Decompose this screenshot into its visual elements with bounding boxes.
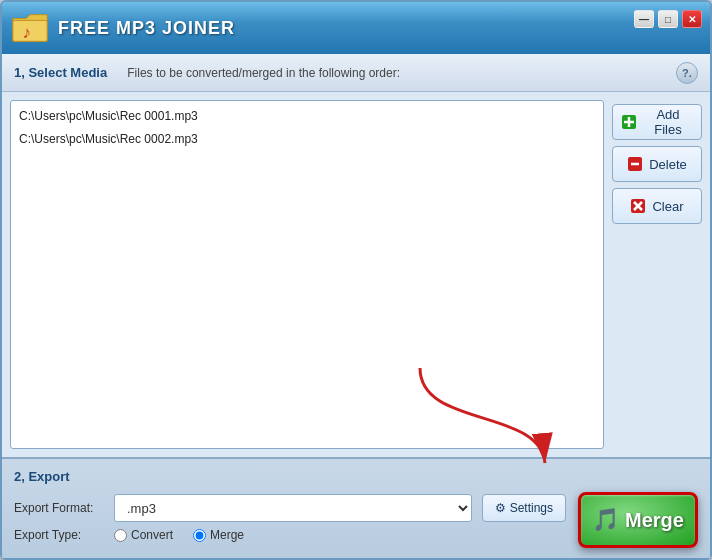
export-section: 2, Export Export Format: .mp3.wav.ogg.fl… [2, 457, 710, 558]
window-controls: — □ ✕ [634, 10, 702, 28]
clear-label: Clear [652, 199, 683, 214]
delete-icon [627, 156, 643, 172]
merge-radio[interactable] [193, 529, 206, 542]
settings-button[interactable]: ⚙ Settings [482, 494, 566, 522]
list-item: C:\Users\pc\Music\Rec 0001.mp3 [15, 105, 599, 128]
export-left: Export Format: .mp3.wav.ogg.flac.aac.wma… [14, 494, 566, 548]
merge-radio-label: Merge [210, 528, 244, 542]
format-row: Export Format: .mp3.wav.ogg.flac.aac.wma… [14, 494, 566, 522]
window-body: C:\Users\pc\Music\Rec 0001.mp3 C:\Users\… [2, 92, 710, 558]
step-label: 1, Select Media [14, 65, 107, 80]
export-title: 2, Export [14, 469, 698, 484]
clear-icon [630, 198, 646, 214]
help-button[interactable]: ?. [676, 62, 698, 84]
app-icon: ♪ [10, 8, 50, 48]
settings-gear-icon: ⚙ [495, 501, 506, 515]
list-item: C:\Users\pc\Music\Rec 0002.mp3 [15, 128, 599, 151]
convert-option[interactable]: Convert [114, 528, 173, 542]
content-area: 1, Select Media Files to be converted/me… [2, 54, 710, 558]
top-bar: 1, Select Media Files to be converted/me… [2, 54, 710, 92]
convert-label: Convert [131, 528, 173, 542]
title-bar: ♪ FREE MP3 JOINER — □ ✕ [2, 2, 710, 54]
middle-section: C:\Users\pc\Music\Rec 0001.mp3 C:\Users\… [2, 92, 710, 457]
main-window: ♪ FREE MP3 JOINER — □ ✕ 1, Select Media … [0, 0, 712, 560]
clear-button[interactable]: Clear [612, 188, 702, 224]
merge-button[interactable]: 🎵 Merge [578, 492, 698, 548]
type-label: Export Type: [14, 528, 104, 542]
merge-option[interactable]: Merge [193, 528, 244, 542]
export-bottom: Export Format: .mp3.wav.ogg.flac.aac.wma… [14, 492, 698, 548]
export-type-group: Convert Merge [114, 528, 244, 542]
right-buttons: Add Files Delete [612, 100, 702, 449]
delete-label: Delete [649, 157, 687, 172]
type-row: Export Type: Convert Merge [14, 528, 566, 542]
svg-text:♪: ♪ [22, 23, 31, 42]
settings-label: Settings [510, 501, 553, 515]
delete-button[interactable]: Delete [612, 146, 702, 182]
app-title: FREE MP3 JOINER [58, 18, 235, 39]
format-label: Export Format: [14, 501, 104, 515]
add-files-label: Add Files [643, 107, 693, 137]
format-select[interactable]: .mp3.wav.ogg.flac.aac.wma [114, 494, 472, 522]
add-icon [621, 114, 637, 130]
add-files-button[interactable]: Add Files [612, 104, 702, 140]
convert-radio[interactable] [114, 529, 127, 542]
maximize-button[interactable]: □ [658, 10, 678, 28]
minimize-button[interactable]: — [634, 10, 654, 28]
merge-btn-wrapper: 🎵 Merge [578, 492, 698, 548]
merge-btn-label: Merge [625, 509, 684, 532]
merge-icon: 🎵 [592, 507, 619, 533]
close-button[interactable]: ✕ [682, 10, 702, 28]
file-list[interactable]: C:\Users\pc\Music\Rec 0001.mp3 C:\Users\… [10, 100, 604, 449]
instruction-text: Files to be converted/merged in the foll… [127, 66, 676, 80]
